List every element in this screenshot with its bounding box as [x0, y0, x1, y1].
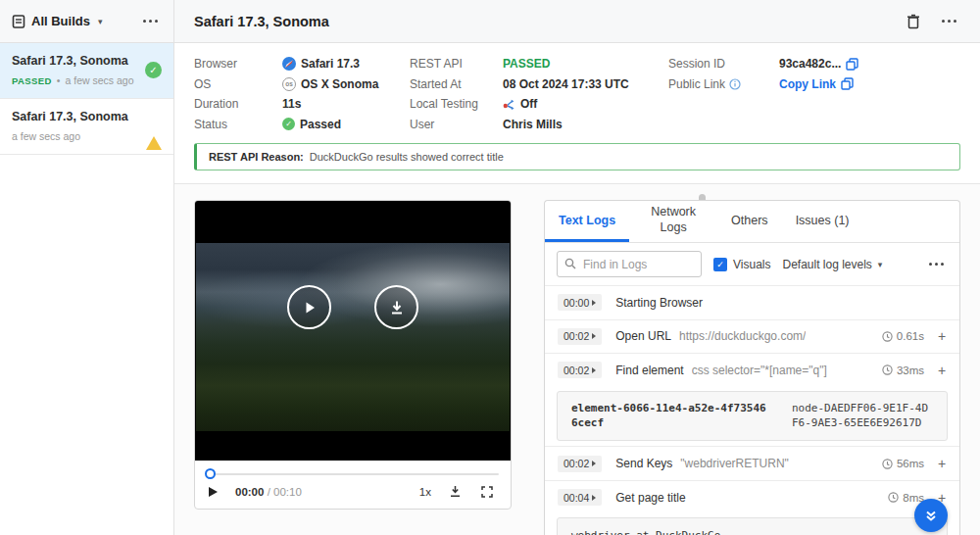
- video-screen: [195, 201, 511, 461]
- builds-dropdown-label[interactable]: All Builds: [31, 14, 90, 28]
- os-label: OS: [194, 77, 282, 91]
- local-testing-value: Off: [520, 97, 537, 111]
- visuals-checkbox[interactable]: ✓: [713, 258, 727, 271]
- tab-network-logs[interactable]: Network Logs: [629, 201, 717, 242]
- build-item-selected[interactable]: Safari 17.3, Sonoma PASSED • a few secs …: [0, 43, 173, 99]
- expand-log-button[interactable]: +: [937, 328, 947, 344]
- log-entry: 00:02 Open URL https://duckduckgo.com/ 0…: [545, 319, 959, 354]
- build-item[interactable]: Safari 17.3, Sonoma a few secs ago !: [0, 99, 173, 155]
- build-list-icon: [12, 15, 25, 28]
- session-id-label: Session ID: [668, 57, 779, 71]
- log-timestamp-expander[interactable]: 00:04: [558, 489, 602, 506]
- log-action: Get page title: [615, 491, 685, 505]
- total-time: 00:10: [273, 486, 302, 498]
- local-testing-icon: [503, 98, 515, 110]
- main-area: Safari 17.3, Sonoma Browser Safari 17.3 …: [174, 0, 980, 535]
- expand-log-button[interactable]: +: [937, 456, 947, 471]
- video-time: 00:00 / 00:10: [235, 486, 302, 498]
- chevron-down-icon[interactable]: ▾: [98, 17, 103, 26]
- log-detail: "webdriverRETURN": [680, 457, 789, 470]
- log-timestamp-expander[interactable]: 00:02: [558, 328, 602, 345]
- log-detail: https://duckduckgo.com/: [679, 329, 806, 343]
- log-timestamp-expander[interactable]: 00:00: [558, 294, 602, 311]
- log-action: Find element: [615, 364, 683, 377]
- build-meta: a few secs ago: [12, 130, 162, 142]
- log-duration: 0.61s: [882, 330, 924, 342]
- search-icon: [564, 258, 576, 269]
- log-entry: 00:00 Starting Browser: [545, 285, 959, 319]
- builds-sidebar: All Builds ▾ Safari 17.3, Sonoma PASSED …: [0, 0, 174, 535]
- session-title: Safari 17.3, Sonoma: [194, 14, 329, 29]
- logs-panel: Text Logs Network Logs Others Issues (1)…: [544, 200, 960, 535]
- build-title: Safari 17.3, Sonoma: [12, 54, 162, 68]
- copy-session-id-icon[interactable]: [846, 58, 858, 71]
- rest-api-value: PASSED: [503, 57, 550, 71]
- copy-public-link[interactable]: Copy Link: [779, 77, 836, 91]
- local-testing-label: Local Testing: [410, 97, 503, 111]
- video-play-button[interactable]: [287, 285, 331, 329]
- info-icon: [729, 78, 741, 90]
- safari-icon: [282, 57, 296, 71]
- log-timestamp-expander[interactable]: 00:02: [558, 362, 602, 378]
- log-timestamp-expander[interactable]: 00:02: [558, 456, 602, 472]
- session-id-value: 93ca482c...: [779, 57, 841, 71]
- content-area: 00:00 / 00:10 1x: [174, 184, 980, 535]
- tab-issues[interactable]: Issues (1): [782, 201, 863, 242]
- log-detail: css selector="*[name="q"]: [692, 364, 827, 377]
- log-duration: 8ms: [888, 492, 924, 504]
- build-title: Safari 17.3, Sonoma: [12, 110, 162, 123]
- log-entry: 00:02 Send Keys "webdriverRETURN" 56ms +: [545, 446, 959, 480]
- browser-label: Browser: [194, 57, 282, 71]
- video-download-button[interactable]: [374, 285, 418, 329]
- scroll-to-bottom-button[interactable]: [914, 499, 948, 532]
- video-thumbnail: [196, 243, 510, 431]
- current-time: 00:00: [235, 486, 264, 498]
- fullscreen-icon[interactable]: [481, 486, 493, 498]
- play-icon[interactable]: [209, 487, 218, 497]
- expand-log-button[interactable]: +: [937, 363, 947, 378]
- log-search: [557, 251, 702, 277]
- log-action: Open URL: [615, 329, 671, 343]
- tab-others[interactable]: Others: [717, 201, 782, 242]
- log-response-block: webdriver at DuckDuckGo: [557, 517, 948, 535]
- build-time: a few secs ago: [12, 130, 80, 142]
- user-label: User: [410, 118, 503, 131]
- session-menu-button[interactable]: [938, 16, 960, 26]
- video-controls: 00:00 / 00:10 1x: [195, 461, 511, 498]
- tab-text-logs[interactable]: Text Logs: [545, 201, 629, 242]
- duration-label: Duration: [194, 97, 282, 111]
- delete-session-button[interactable]: [906, 14, 920, 29]
- element-id-value: element-6066-11e4-a52e-4f735466cecf: [571, 401, 772, 432]
- copy-link-icon[interactable]: [841, 77, 854, 90]
- rest-api-label: REST API: [410, 57, 503, 71]
- visuals-toggle[interactable]: ✓ Visuals: [713, 258, 770, 271]
- browser-value: Safari 17.3: [301, 57, 360, 71]
- os-value: OS X Sonoma: [301, 77, 378, 91]
- meta-separator: •: [57, 74, 61, 86]
- log-list: 00:00 Starting Browser 00:02 Open URL ht…: [545, 285, 959, 535]
- builds-filter-bar: All Builds ▾: [0, 0, 173, 43]
- log-levels-dropdown[interactable]: Default log levels▾: [782, 258, 882, 271]
- passed-check-icon: ✓: [282, 118, 295, 130]
- download-video-icon[interactable]: [449, 485, 462, 498]
- logs-filter-bar: ✓ Visuals Default log levels▾: [545, 243, 959, 285]
- user-value: Chris Mills: [503, 118, 563, 131]
- chevron-down-icon: ▾: [878, 260, 883, 269]
- search-input[interactable]: [557, 251, 702, 277]
- status-label: Status: [194, 118, 282, 131]
- video-seekbar[interactable]: [207, 473, 499, 475]
- rest-api-reason-banner: REST API Reason: DuckDuckGo results show…: [194, 143, 960, 170]
- passed-check-icon: ✓: [145, 62, 162, 78]
- banner-text: DuckDuckGo results showed correct title: [310, 151, 504, 163]
- started-at-label: Started At: [410, 77, 503, 91]
- seekbar-handle[interactable]: [205, 468, 216, 479]
- build-status-badge: PASSED: [12, 75, 52, 86]
- banner-label: REST API Reason:: [209, 151, 304, 163]
- warning-icon: !: [146, 120, 162, 137]
- logs-tabs: Text Logs Network Logs Others Issues (1): [545, 201, 959, 243]
- playback-speed-button[interactable]: 1x: [419, 486, 431, 498]
- build-time: a few secs ago: [65, 74, 133, 86]
- log-entry: 00:02 Find element css selector="*[name=…: [545, 353, 959, 387]
- builds-menu-button[interactable]: [139, 16, 162, 26]
- logs-menu-button[interactable]: [925, 259, 948, 269]
